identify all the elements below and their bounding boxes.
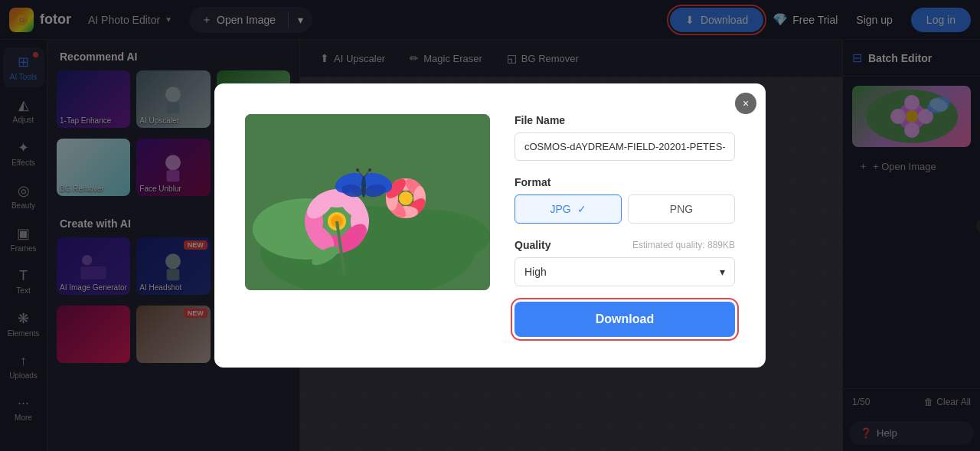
close-icon: ×	[743, 97, 749, 109]
quality-header: Quality Estimated quality: 889KB	[514, 239, 735, 251]
format-group: Format JPG ✓ PNG	[514, 176, 735, 224]
download-modal: ×	[214, 83, 766, 368]
svg-point-43	[399, 191, 413, 205]
modal-image-preview	[245, 114, 490, 290]
file-name-label: File Name	[514, 114, 735, 126]
quality-value: High	[524, 266, 547, 278]
quality-chevron-icon: ▾	[720, 266, 725, 278]
svg-point-24	[368, 210, 490, 263]
format-row: JPG ✓ PNG	[514, 194, 735, 224]
main-layout: ⊞ AI Tools ◭ Adjust ✦ Effects ◎ Beauty ▣…	[0, 40, 980, 451]
file-name-group: File Name	[514, 114, 735, 161]
quality-select[interactable]: High ▾	[514, 257, 735, 286]
download-modal-label: Download	[596, 312, 654, 325]
modal-overlay: ×	[0, 0, 980, 451]
checkmark-icon: ✓	[577, 203, 586, 215]
file-name-input[interactable]	[514, 132, 735, 161]
format-png-button[interactable]: PNG	[628, 194, 735, 224]
quality-group: Quality Estimated quality: 889KB High ▾	[514, 239, 735, 286]
modal-close-button[interactable]: ×	[735, 93, 756, 114]
svg-point-52	[368, 168, 371, 172]
svg-point-51	[356, 168, 359, 172]
format-jpg-button[interactable]: JPG ✓	[514, 194, 622, 224]
svg-point-48	[361, 176, 366, 198]
format-label: Format	[514, 176, 735, 188]
estimated-label: Estimated quality: 889KB	[632, 240, 735, 250]
modal-form: File Name Format JPG ✓ PNG	[514, 114, 735, 337]
quality-label: Quality	[514, 239, 550, 251]
download-modal-button[interactable]: Download	[514, 302, 735, 337]
format-jpg-label: JPG	[550, 203, 570, 215]
format-png-label: PNG	[670, 203, 693, 215]
